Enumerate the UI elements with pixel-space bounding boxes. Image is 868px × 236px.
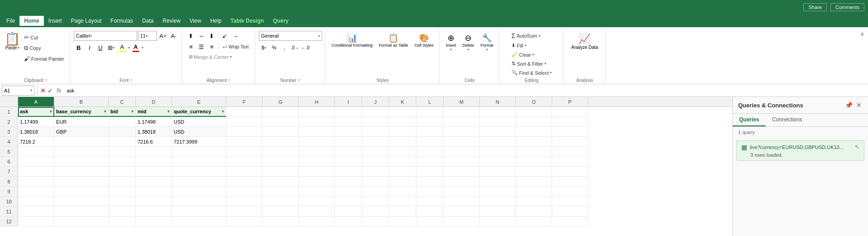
cell-i1[interactable] [335,107,362,117]
cell-e1[interactable]: quote_currency ▾ [172,107,226,117]
cell-c3[interactable] [109,127,136,137]
formula-cancel-icon[interactable]: ✕ [40,87,46,94]
menu-item-page-layout[interactable]: Page Layout [67,16,106,26]
wrap-text-button[interactable]: ⮐ Wrap Text [220,43,252,51]
col-header-a[interactable]: A [18,97,54,106]
formula-input[interactable] [65,86,866,96]
tab-connections[interactable]: Connections [766,114,809,126]
tab-queries[interactable]: Queries [733,114,766,126]
align-left-button[interactable]: ≡ [186,42,196,52]
font-expand-icon[interactable]: ↗ [129,78,133,82]
insert-cells-arrow[interactable]: ▾ [450,48,452,52]
cell-l1[interactable] [416,107,444,117]
autosum-button[interactable]: Σ AutoSum ▾ [509,31,554,41]
cell-l2[interactable] [416,117,444,127]
menu-item-query[interactable]: Query [268,16,293,26]
cell-p2[interactable] [552,117,588,127]
decimal-increase-button[interactable]: .0→ [290,43,300,53]
col-header-m[interactable]: M [444,97,480,106]
row-header-2[interactable]: 2 [0,117,18,127]
analyze-data-button[interactable]: 📈 Analyze Data [567,31,602,52]
cell-c2[interactable] [109,117,136,127]
cell-k4[interactable] [389,137,416,147]
menu-item-table-design[interactable]: Table Design [226,16,268,26]
filter-arrow-d1[interactable]: ▾ [167,109,170,114]
row-header-3[interactable]: 3 [0,127,18,137]
col-header-e[interactable]: E [172,97,226,106]
cell-m4[interactable] [444,137,480,147]
col-header-h[interactable]: H [299,97,335,106]
queries-panel-pin[interactable]: 📌 [844,101,854,110]
fill-arrow[interactable]: ▾ [525,43,526,48]
fill-color-button[interactable]: A [117,43,127,53]
merge-center-button[interactable]: ⊠ Merge & Center ▾ [186,53,234,61]
cell-h4[interactable] [299,137,335,147]
filter-arrow-a1[interactable]: ▾ [50,109,52,114]
col-header-j[interactable]: J [362,97,389,106]
col-header-n[interactable]: N [480,97,516,106]
cell-k1[interactable] [389,107,416,117]
align-middle-button[interactable]: ↔ [196,31,206,41]
col-header-l[interactable]: L [416,97,444,106]
cell-j2[interactable] [362,117,389,127]
menu-item-home[interactable]: Home [19,16,43,26]
cell-l3[interactable] [416,127,444,137]
col-header-p[interactable]: P [552,97,588,106]
cell-c4[interactable] [109,137,136,147]
cell-p4[interactable] [552,137,588,147]
menu-item-insert[interactable]: Insert [44,16,67,26]
font-color-button[interactable]: A [131,43,141,53]
currency-button[interactable]: $▾ [259,43,269,53]
cell-f2[interactable] [226,117,262,127]
decimal-decrease-button[interactable]: ←.0 [300,43,310,53]
bold-button[interactable]: B [74,43,84,53]
align-top-button[interactable]: ⬆ [186,31,196,41]
col-header-k[interactable]: K [389,97,416,106]
menu-item-help[interactable]: Help [206,16,226,26]
cell-o1[interactable] [516,107,552,117]
autosum-arrow[interactable]: ▾ [539,34,540,38]
align-center-button[interactable]: ☰ [196,42,206,52]
clipboard-expand-icon[interactable]: ↗ [44,78,48,82]
menu-item-formulas[interactable]: Formulas [106,16,138,26]
cell-a4[interactable]: 7218.2 [18,137,54,147]
cell-e2[interactable]: USD [172,117,226,127]
borders-button[interactable]: ⊞▾ [106,43,116,53]
delete-cells-arrow[interactable]: ▾ [467,48,469,52]
cell-i3[interactable] [335,127,362,137]
cell-m2[interactable] [444,117,480,127]
decrease-font-button[interactable]: A- [169,31,179,41]
cell-h1[interactable] [299,107,335,117]
menu-item-review[interactable]: Review [158,16,185,26]
cell-d4[interactable]: 7216.6 [136,137,172,147]
row-header-1[interactable]: 1 [0,107,18,117]
delete-cells-button[interactable]: ⊖ Delete ▾ [460,31,477,54]
cell-f4[interactable] [226,137,262,147]
cell-reference-box[interactable]: A1 ▾ [2,86,34,96]
cell-b3[interactable]: GBP [54,127,109,137]
cell-b2[interactable]: EUR [54,117,109,127]
queries-panel-close[interactable]: ✕ [855,101,863,110]
cell-g3[interactable] [262,127,299,137]
text-direction-button[interactable]: ↙ [220,31,230,41]
insert-cells-button[interactable]: ⊕ Insert ▾ [443,31,459,54]
share-button[interactable]: Share [803,3,826,11]
sort-filter-arrow[interactable]: ▾ [544,62,546,66]
fill-button[interactable]: ⬇ Fill ▾ [509,41,554,50]
cell-d1[interactable]: mid ▾ [136,107,172,117]
cell-f1[interactable] [226,107,262,117]
cell-f3[interactable] [226,127,262,137]
cell-o3[interactable] [516,127,552,137]
alignment-expand-icon[interactable]: ↗ [228,78,231,82]
cell-m1[interactable] [444,107,480,117]
cell-g4[interactable] [262,137,299,147]
filter-arrow-b1[interactable]: ▾ [104,109,106,114]
cell-h3[interactable] [299,127,335,137]
cell-i4[interactable] [335,137,362,147]
cell-o4[interactable] [516,137,552,147]
cell-p3[interactable] [552,127,588,137]
number-expand-icon[interactable]: ↗ [297,78,300,82]
cell-j4[interactable] [362,137,389,147]
copy-button[interactable]: ⧉ Copy [21,43,67,53]
cell-j3[interactable] [362,127,389,137]
